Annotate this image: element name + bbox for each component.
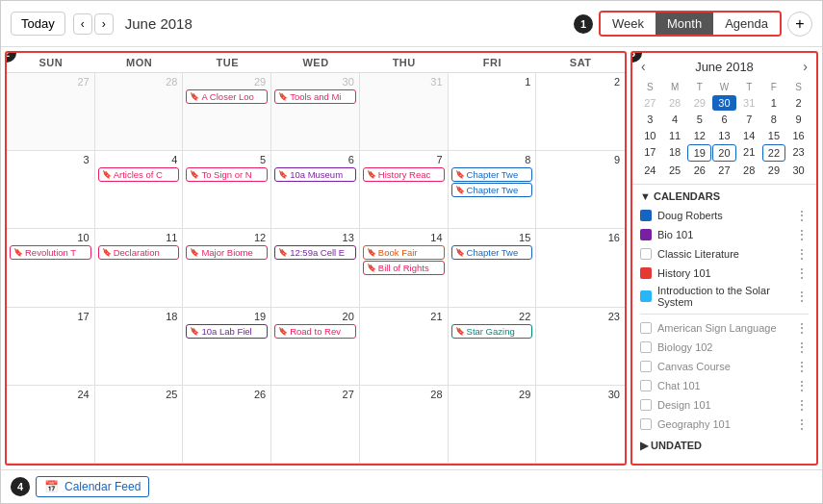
mini-day[interactable]: 27: [638, 95, 662, 111]
calendar-cell[interactable]: 12🔖Major Biome: [183, 229, 271, 307]
calendar-cell[interactable]: 22🔖Star Gazing: [449, 308, 537, 386]
calendar-event[interactable]: 🔖Chapter Twe: [451, 245, 533, 260]
mini-day[interactable]: 17: [638, 144, 662, 162]
mini-day[interactable]: 11: [663, 128, 687, 143]
mini-day[interactable]: 30: [712, 95, 736, 111]
calendar-item[interactable]: Introduction to the Solar System⋮: [640, 283, 809, 310]
mini-day[interactable]: 1: [762, 95, 786, 111]
calendar-event[interactable]: 🔖Chapter Twe: [451, 167, 533, 182]
next-button[interactable]: ›: [94, 13, 114, 35]
calendar-cell[interactable]: 1: [449, 73, 537, 151]
calendar-item[interactable]: History 101⋮: [640, 264, 809, 283]
calendar-event[interactable]: 🔖A Closer Loo: [186, 89, 268, 104]
calendar-cell[interactable]: 10🔖Revolution T: [7, 229, 95, 307]
calendar-more-icon[interactable]: ⋮: [795, 265, 809, 281]
tab-week[interactable]: Week: [601, 13, 656, 35]
mini-day[interactable]: 29: [762, 163, 786, 178]
calendar-cell[interactable]: 2: [536, 73, 625, 151]
calendar-more-icon[interactable]: ⋮: [795, 397, 809, 413]
calendar-cell[interactable]: 14🔖Book Fair🔖Bill of Rights: [360, 229, 449, 307]
mini-day[interactable]: 28: [737, 163, 761, 178]
undated-section-title[interactable]: ▶ UNDATED: [640, 440, 809, 452]
mini-day[interactable]: 26: [687, 163, 711, 178]
calendar-cell[interactable]: 23: [536, 308, 625, 386]
mini-day[interactable]: 18: [663, 144, 687, 162]
calendar-item-inactive[interactable]: Design 101⋮: [640, 395, 809, 415]
calendar-event[interactable]: 🔖Chapter Twe: [451, 183, 533, 197]
calendar-event[interactable]: 🔖10a Lab Fiel: [186, 324, 268, 339]
tab-agenda[interactable]: Agenda: [713, 13, 780, 35]
calendar-item[interactable]: Bio 101⋮: [640, 225, 809, 244]
calendar-cell[interactable]: 20🔖Road to Rev: [271, 308, 360, 386]
calendar-item-inactive[interactable]: American Sign Language⋮: [640, 318, 809, 338]
calendar-cell[interactable]: 29🔖A Closer Loo: [183, 73, 271, 151]
calendar-more-icon[interactable]: ⋮: [795, 378, 809, 393]
mini-day[interactable]: 14: [737, 128, 761, 143]
mini-day[interactable]: 23: [786, 144, 810, 162]
calendar-cell[interactable]: 7🔖History Reac: [360, 151, 449, 229]
mini-day[interactable]: 6: [712, 112, 736, 127]
mini-day[interactable]: 5: [687, 112, 711, 127]
mini-next-button[interactable]: ›: [800, 59, 810, 74]
calendar-event[interactable]: 🔖Tools and Mi: [274, 89, 356, 104]
calendar-cell[interactable]: 5🔖To Sign or N: [183, 151, 271, 229]
calendar-feed-link[interactable]: 📅 Calendar Feed: [36, 476, 149, 497]
calendar-cell[interactable]: 28: [95, 73, 184, 151]
calendar-cell[interactable]: 13🔖12:59a Cell E: [271, 229, 360, 307]
calendar-cell[interactable]: 19🔖10a Lab Fiel: [183, 308, 271, 386]
mini-day[interactable]: 4: [663, 112, 687, 127]
mini-day[interactable]: 2: [786, 95, 810, 111]
calendar-cell[interactable]: 8🔖Chapter Twe🔖Chapter Twe: [449, 151, 537, 229]
calendar-cell[interactable]: 28: [360, 386, 449, 464]
calendar-more-icon[interactable]: ⋮: [795, 359, 809, 374]
calendar-cell[interactable]: 18: [95, 308, 184, 386]
tab-month[interactable]: Month: [656, 13, 713, 35]
calendar-item-inactive[interactable]: Biology 102⋮: [640, 338, 809, 357]
calendar-cell[interactable]: 9: [536, 151, 625, 229]
mini-day[interactable]: 9: [786, 112, 810, 127]
calendar-more-icon[interactable]: ⋮: [795, 416, 809, 432]
mini-day[interactable]: 24: [638, 163, 662, 178]
calendar-cell[interactable]: 30: [536, 386, 625, 464]
calendar-cell[interactable]: 29: [449, 386, 537, 464]
mini-day[interactable]: 7: [737, 112, 761, 127]
mini-day[interactable]: 27: [712, 163, 736, 178]
calendar-event[interactable]: 🔖Declaration: [98, 245, 180, 260]
calendar-event[interactable]: 🔖History Reac: [363, 167, 445, 182]
calendar-event[interactable]: 🔖Articles of C: [98, 167, 180, 182]
mini-day[interactable]: 21: [737, 144, 761, 162]
mini-day[interactable]: 3: [638, 112, 662, 127]
mini-day[interactable]: 31: [737, 95, 761, 111]
calendar-item-inactive[interactable]: Chat 101⋮: [640, 376, 809, 395]
mini-day[interactable]: 29: [687, 95, 711, 111]
mini-day[interactable]: 15: [762, 128, 786, 143]
calendar-more-icon[interactable]: ⋮: [795, 340, 809, 355]
calendar-more-icon[interactable]: ⋮: [795, 289, 809, 304]
calendar-more-icon[interactable]: ⋮: [795, 320, 809, 336]
calendar-cell[interactable]: 30🔖Tools and Mi: [271, 73, 360, 151]
calendar-more-icon[interactable]: ⋮: [795, 246, 809, 262]
calendar-cell[interactable]: 24: [7, 386, 95, 464]
mini-day[interactable]: 16: [786, 128, 810, 143]
calendar-cell[interactable]: 6🔖10a Museum: [271, 151, 360, 229]
mini-day[interactable]: 22: [762, 144, 786, 162]
calendar-cell[interactable]: 31: [360, 73, 449, 151]
calendar-cell[interactable]: 3: [7, 151, 95, 229]
mini-day[interactable]: 13: [712, 128, 736, 143]
calendar-item[interactable]: Doug Roberts⋮: [640, 206, 809, 225]
calendar-item[interactable]: Classic Literature⋮: [640, 244, 809, 264]
calendar-item-inactive[interactable]: Geography 101⋮: [640, 415, 809, 434]
calendar-cell[interactable]: 11🔖Declaration: [95, 229, 184, 307]
calendar-cell[interactable]: 16: [536, 229, 625, 307]
mini-day[interactable]: 10: [638, 128, 662, 143]
today-button[interactable]: Today: [11, 12, 65, 36]
calendar-event[interactable]: 🔖Road to Rev: [274, 324, 356, 339]
mini-day[interactable]: 12: [687, 128, 711, 143]
add-button[interactable]: +: [787, 12, 812, 37]
mini-day[interactable]: 19: [687, 144, 711, 162]
calendar-event[interactable]: 🔖10a Museum: [274, 167, 356, 182]
calendar-event[interactable]: 🔖Star Gazing: [451, 324, 533, 339]
calendar-event[interactable]: 🔖To Sign or N: [186, 167, 268, 182]
calendar-cell[interactable]: 27: [271, 386, 360, 464]
calendar-cell[interactable]: 17: [7, 308, 95, 386]
